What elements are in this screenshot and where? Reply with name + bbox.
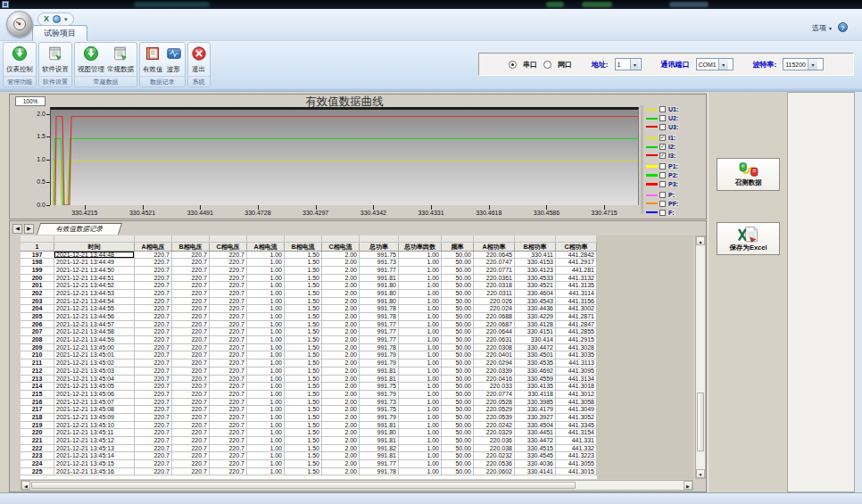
data-cell[interactable]: 330.4604 xyxy=(515,290,556,298)
data-cell[interactable]: 1.00 xyxy=(399,445,442,453)
data-cell[interactable]: 220.0329 xyxy=(474,429,515,437)
data-cell[interactable]: 991.81 xyxy=(360,275,399,283)
data-cell[interactable]: 220.0644 xyxy=(474,328,515,336)
data-cell[interactable]: 220.7 xyxy=(210,383,247,391)
data-cell[interactable]: 50.00 xyxy=(442,376,474,384)
row-number-cell[interactable]: 216 xyxy=(21,399,54,407)
data-cell[interactable]: 220.0361 xyxy=(474,275,515,283)
data-cell[interactable]: 2.00 xyxy=(322,429,360,437)
data-cell[interactable]: 1.50 xyxy=(285,336,322,344)
row-number-cell[interactable]: 201 xyxy=(21,282,54,290)
data-cell[interactable]: 220.0536 xyxy=(474,460,515,468)
data-cell[interactable]: 50.00 xyxy=(442,383,474,391)
data-cell[interactable]: 330.414 xyxy=(515,336,556,344)
data-cell[interactable]: 2021-12-21 13:45:14 xyxy=(54,452,135,460)
data-cell[interactable]: 50.00 xyxy=(442,252,474,260)
data-cell[interactable]: 1.50 xyxy=(285,414,322,422)
data-cell[interactable]: 441.3028 xyxy=(556,344,597,352)
data-cell[interactable]: 1.50 xyxy=(285,460,322,468)
data-cell[interactable]: 1.50 xyxy=(285,313,322,321)
row-number-cell[interactable]: 220 xyxy=(21,429,54,437)
data-cell[interactable]: 220.7 xyxy=(210,282,247,290)
data-cell[interactable]: 330.4521 xyxy=(515,282,556,290)
row-number-cell[interactable]: 217 xyxy=(21,406,54,414)
data-cell[interactable]: 1.50 xyxy=(285,344,322,352)
data-cell[interactable]: 220.7 xyxy=(135,267,172,275)
data-cell[interactable]: 220.7 xyxy=(210,298,247,306)
data-cell[interactable]: 1.00 xyxy=(247,368,285,376)
data-cell[interactable]: 441.3055 xyxy=(556,460,597,468)
data-cell[interactable]: 220.0308 xyxy=(474,344,515,352)
data-cell[interactable]: 1.00 xyxy=(399,437,442,445)
data-cell[interactable]: 220.7 xyxy=(172,368,210,376)
data-cell[interactable]: 330.4504 xyxy=(515,422,556,430)
data-cell[interactable]: 1.00 xyxy=(399,290,442,298)
scroll-left-icon[interactable]: ◀ xyxy=(21,481,30,490)
data-cell[interactable]: 50.00 xyxy=(442,422,474,430)
data-cell[interactable]: 441.3113 xyxy=(556,359,597,368)
data-cell[interactable]: 441.3134 xyxy=(556,376,597,384)
data-cell[interactable]: 1.50 xyxy=(285,368,322,376)
data-cell[interactable]: 220.7 xyxy=(172,344,210,352)
data-cell[interactable]: 220.7 xyxy=(210,414,247,422)
data-cell[interactable]: 220.7 xyxy=(210,437,247,445)
data-cell[interactable]: 2.00 xyxy=(322,290,360,298)
data-cell[interactable]: 2021-12-21 13:45:08 xyxy=(54,406,135,414)
column-header-B相电流[interactable]: B相电流 xyxy=(285,243,322,252)
data-cell[interactable]: 330.4543 xyxy=(515,298,556,306)
data-cell[interactable]: 220.0318 xyxy=(474,282,515,290)
data-cell[interactable]: 1.50 xyxy=(285,259,322,267)
data-cell[interactable]: 2021-12-21 13:44:58 xyxy=(54,328,135,336)
data-cell[interactable]: 50.00 xyxy=(442,406,474,414)
data-cell[interactable]: 220.7 xyxy=(210,267,247,275)
data-cell[interactable]: 220.7 xyxy=(172,252,210,260)
legend-checkbox[interactable]: ✓ xyxy=(659,144,666,150)
data-cell[interactable]: 991.75 xyxy=(360,383,399,391)
data-cell[interactable]: 220.0771 xyxy=(474,267,515,275)
data-cell[interactable]: 220.7 xyxy=(172,305,210,313)
data-cell[interactable]: 220.7 xyxy=(210,452,247,460)
data-cell[interactable]: 220.7 xyxy=(135,460,172,468)
data-cell[interactable]: 220.0311 xyxy=(474,290,515,298)
row-number-cell[interactable]: 214 xyxy=(21,383,54,391)
data-cell[interactable]: 991.77 xyxy=(360,267,399,275)
data-cell[interactable]: 2021-12-21 13:44:59 xyxy=(54,336,135,344)
data-cell[interactable]: 220.7 xyxy=(135,259,172,267)
data-cell[interactable]: 1.50 xyxy=(285,290,322,298)
data-cell[interactable]: 991.78 xyxy=(360,305,399,313)
data-cell[interactable]: 2021-12-21 13:45:01 xyxy=(54,351,135,359)
data-cell[interactable]: 1.00 xyxy=(399,414,442,422)
data-cell[interactable]: 2021-12-21 13:45:00 xyxy=(54,344,135,352)
data-cell[interactable]: 220.7 xyxy=(210,259,247,267)
data-cell[interactable]: 220.7 xyxy=(210,290,247,298)
data-cell[interactable]: 220.7 xyxy=(210,336,247,344)
data-cell[interactable]: 2.00 xyxy=(322,344,360,352)
data-cell[interactable]: 2021-12-21 13:44:50 xyxy=(54,267,135,275)
column-header-总功率因数[interactable]: 总功率因数 xyxy=(399,243,442,252)
data-cell[interactable]: 1.00 xyxy=(247,468,285,476)
chart-quick-icon[interactable] xyxy=(53,15,61,23)
data-cell[interactable]: 1.50 xyxy=(285,445,322,453)
data-cell[interactable]: 220.7 xyxy=(210,313,247,321)
row-number-cell[interactable]: 221 xyxy=(21,437,54,445)
data-cell[interactable]: 441.3012 xyxy=(556,391,597,399)
data-cell[interactable]: 991.75 xyxy=(360,406,399,414)
network-radio[interactable] xyxy=(543,60,551,68)
data-cell[interactable]: 50.00 xyxy=(442,336,474,344)
data-cell[interactable]: 1.00 xyxy=(247,406,285,414)
data-cell[interactable]: 1.00 xyxy=(399,252,442,260)
ribbon-button-波形[interactable]: 波形 xyxy=(166,45,182,74)
data-cell[interactable]: 1.00 xyxy=(247,422,285,430)
data-cell[interactable]: 220.7 xyxy=(135,414,172,422)
column-header-B相电压[interactable]: B相电压 xyxy=(172,243,210,252)
data-cell[interactable]: 2021-12-21 13:45:12 xyxy=(54,437,135,445)
data-cell[interactable]: 220.7 xyxy=(172,383,210,391)
data-cell[interactable]: 2021-12-21 13:45:13 xyxy=(54,445,135,453)
data-cell[interactable]: 1.00 xyxy=(247,344,285,352)
data-cell[interactable]: 220.0688 xyxy=(474,313,515,321)
data-cell[interactable]: 1.00 xyxy=(247,282,285,290)
help-icon[interactable]: ? xyxy=(838,22,848,32)
data-cell[interactable]: 220.038 xyxy=(474,445,515,453)
data-cell[interactable]: 50.00 xyxy=(442,452,474,460)
row-number-cell[interactable]: 213 xyxy=(21,376,54,384)
